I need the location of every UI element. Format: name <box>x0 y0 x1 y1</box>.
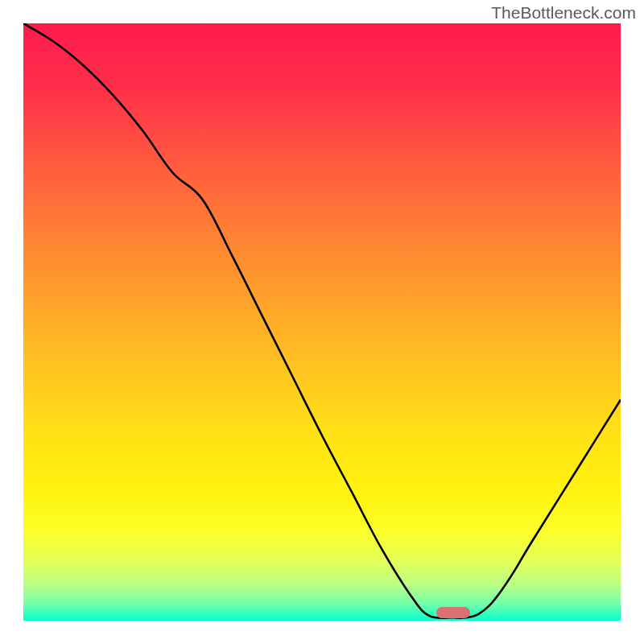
chart-svg <box>23 23 621 621</box>
chart-container: TheBottleneck.com <box>0 0 644 644</box>
curve-path <box>23 23 621 618</box>
watermark-text: TheBottleneck.com <box>491 3 636 23</box>
optimum-marker <box>436 607 470 618</box>
